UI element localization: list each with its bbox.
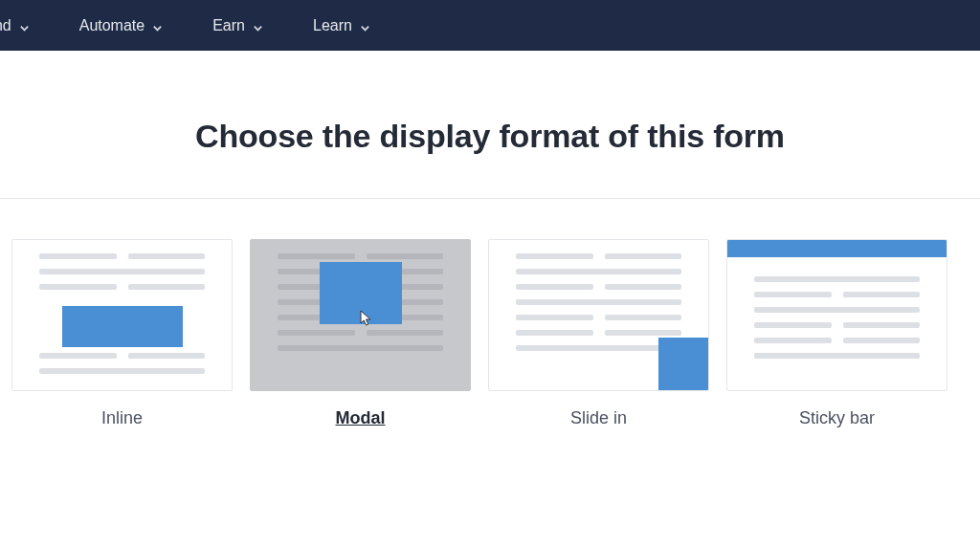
inline-form-preview-icon (62, 306, 183, 347)
nav-item-label: Automate (79, 17, 145, 34)
slide-in-form-preview-icon (658, 338, 708, 390)
option-card-modal (250, 239, 471, 391)
option-label: Inline (101, 408, 143, 428)
chevron-down-icon (19, 20, 30, 31)
option-label: Sticky bar (799, 408, 875, 428)
heading-section: Choose the display format of this form (0, 51, 980, 198)
chevron-down-icon (253, 20, 263, 31)
nav-item-send[interactable]: end (0, 17, 30, 34)
page-title: Choose the display format of this form (0, 118, 980, 155)
option-label: Slide in (570, 408, 627, 428)
nav-item-automate[interactable]: Automate (79, 17, 163, 34)
nav-item-earn[interactable]: Earn (212, 17, 263, 34)
cursor-icon (358, 310, 373, 327)
option-slide-in[interactable]: Slide in (488, 239, 709, 428)
option-inline[interactable]: Inline (11, 239, 233, 428)
preview-lines (727, 240, 947, 390)
top-navbar: end Automate Earn Learn (0, 0, 980, 51)
option-label: Modal (336, 408, 386, 428)
nav-item-label: Learn (313, 17, 352, 34)
option-card-inline (11, 239, 233, 391)
nav-item-learn[interactable]: Learn (313, 17, 370, 34)
option-sticky-bar[interactable]: Sticky bar (726, 239, 947, 428)
option-card-sticky-bar (726, 239, 947, 391)
option-modal[interactable]: Modal (250, 239, 471, 428)
nav-item-label: end (0, 17, 11, 34)
option-card-slide-in (488, 239, 709, 391)
chevron-down-icon (152, 20, 163, 31)
chevron-down-icon (360, 20, 370, 31)
format-options-grid: Inline Modal (0, 199, 980, 428)
nav-item-label: Earn (212, 17, 245, 34)
